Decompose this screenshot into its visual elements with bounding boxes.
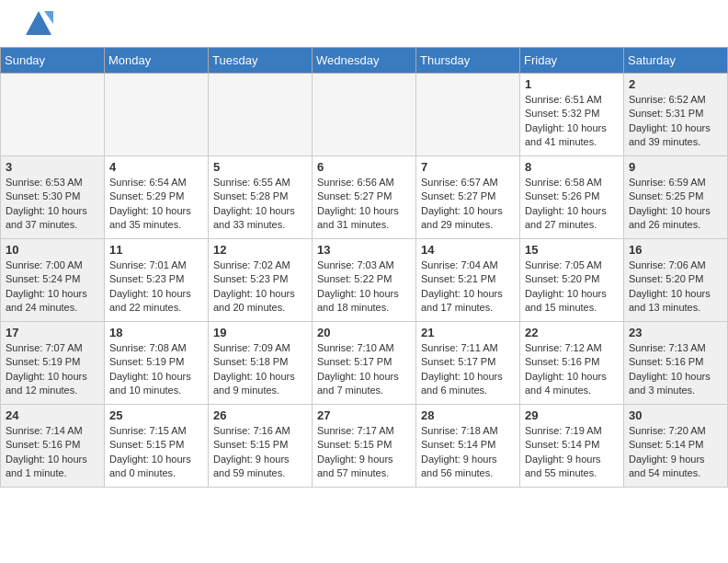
- calendar-cell: 28Sunrise: 7:18 AMSunset: 5:14 PMDayligh…: [416, 405, 520, 488]
- week-row-1: 1Sunrise: 6:51 AMSunset: 5:32 PMDaylight…: [1, 74, 728, 156]
- calendar-cell: 15Sunrise: 7:05 AMSunset: 5:20 PMDayligh…: [520, 239, 624, 322]
- calendar-cell: 16Sunrise: 7:06 AMSunset: 5:20 PMDayligh…: [624, 239, 728, 322]
- day-number: 10: [6, 243, 99, 257]
- calendar-cell: 29Sunrise: 7:19 AMSunset: 5:14 PMDayligh…: [520, 405, 624, 488]
- day-number: 27: [317, 408, 411, 422]
- week-row-4: 17Sunrise: 7:07 AMSunset: 5:19 PMDayligh…: [1, 322, 728, 405]
- day-number: 9: [629, 160, 722, 174]
- day-header-wednesday: Wednesday: [313, 48, 416, 74]
- calendar-cell: 6Sunrise: 6:56 AMSunset: 5:27 PMDaylight…: [313, 156, 416, 239]
- day-info: Sunrise: 7:04 AMSunset: 5:21 PMDaylight:…: [421, 259, 515, 316]
- calendar-cell: 10Sunrise: 7:00 AMSunset: 5:24 PMDayligh…: [1, 239, 105, 322]
- day-info: Sunrise: 7:02 AMSunset: 5:23 PMDaylight:…: [213, 259, 307, 316]
- day-header-thursday: Thursday: [416, 48, 520, 74]
- calendar-cell: 21Sunrise: 7:11 AMSunset: 5:17 PMDayligh…: [416, 322, 520, 405]
- header-row: SundayMondayTuesdayWednesdayThursdayFrid…: [1, 48, 728, 74]
- day-number: 3: [6, 160, 99, 174]
- day-number: 15: [525, 243, 619, 257]
- day-number: 11: [109, 243, 203, 257]
- calendar-table: SundayMondayTuesdayWednesdayThursdayFrid…: [0, 47, 728, 488]
- day-info: Sunrise: 7:13 AMSunset: 5:16 PMDaylight:…: [629, 341, 722, 398]
- day-info: Sunrise: 6:55 AMSunset: 5:28 PMDaylight:…: [213, 176, 307, 233]
- calendar-cell: 4Sunrise: 6:54 AMSunset: 5:29 PMDaylight…: [105, 156, 209, 239]
- calendar-cell: 13Sunrise: 7:03 AMSunset: 5:22 PMDayligh…: [313, 239, 416, 322]
- day-number: 26: [213, 408, 307, 422]
- day-info: Sunrise: 7:09 AMSunset: 5:18 PMDaylight:…: [213, 341, 307, 398]
- calendar-cell: [416, 74, 520, 156]
- day-number: 30: [629, 408, 722, 422]
- day-info: Sunrise: 7:14 AMSunset: 5:16 PMDaylight:…: [6, 424, 99, 481]
- calendar-cell: [1, 74, 105, 156]
- day-info: Sunrise: 6:54 AMSunset: 5:29 PMDaylight:…: [109, 176, 203, 233]
- calendar-cell: 27Sunrise: 7:17 AMSunset: 5:15 PMDayligh…: [313, 405, 416, 488]
- day-info: Sunrise: 6:53 AMSunset: 5:30 PMDaylight:…: [6, 176, 99, 233]
- day-info: Sunrise: 7:16 AMSunset: 5:15 PMDaylight:…: [213, 424, 307, 481]
- logo-icon: [24, 9, 53, 42]
- day-info: Sunrise: 7:20 AMSunset: 5:14 PMDaylight:…: [629, 424, 722, 481]
- day-info: Sunrise: 6:59 AMSunset: 5:25 PMDaylight:…: [629, 176, 722, 233]
- day-number: 1: [525, 77, 619, 91]
- calendar-cell: 30Sunrise: 7:20 AMSunset: 5:14 PMDayligh…: [624, 405, 728, 488]
- day-info: Sunrise: 7:00 AMSunset: 5:24 PMDaylight:…: [6, 259, 99, 316]
- day-number: 22: [525, 326, 619, 339]
- day-number: 23: [629, 326, 722, 339]
- day-number: 29: [525, 408, 619, 422]
- day-number: 8: [525, 160, 619, 174]
- calendar-cell: [105, 74, 209, 156]
- header: [0, 0, 728, 47]
- calendar-cell: 7Sunrise: 6:57 AMSunset: 5:27 PMDaylight…: [416, 156, 520, 239]
- day-header-saturday: Saturday: [624, 48, 728, 74]
- day-number: 6: [317, 160, 411, 174]
- day-number: 20: [317, 326, 411, 339]
- calendar-cell: 9Sunrise: 6:59 AMSunset: 5:25 PMDaylight…: [624, 156, 728, 239]
- day-info: Sunrise: 6:52 AMSunset: 5:31 PMDaylight:…: [629, 93, 722, 150]
- day-header-sunday: Sunday: [1, 48, 105, 74]
- calendar-cell: 5Sunrise: 6:55 AMSunset: 5:28 PMDaylight…: [209, 156, 313, 239]
- day-info: Sunrise: 7:12 AMSunset: 5:16 PMDaylight:…: [525, 341, 619, 398]
- calendar-cell: 12Sunrise: 7:02 AMSunset: 5:23 PMDayligh…: [209, 239, 313, 322]
- calendar-cell: 3Sunrise: 6:53 AMSunset: 5:30 PMDaylight…: [1, 156, 105, 239]
- day-number: 21: [421, 326, 515, 339]
- calendar-cell: 26Sunrise: 7:16 AMSunset: 5:15 PMDayligh…: [209, 405, 313, 488]
- day-number: 4: [109, 160, 203, 174]
- day-info: Sunrise: 7:15 AMSunset: 5:15 PMDaylight:…: [109, 424, 203, 481]
- day-header-friday: Friday: [520, 48, 624, 74]
- day-number: 13: [317, 243, 411, 257]
- day-number: 19: [213, 326, 307, 339]
- day-info: Sunrise: 7:08 AMSunset: 5:19 PMDaylight:…: [109, 341, 203, 398]
- day-info: Sunrise: 7:01 AMSunset: 5:23 PMDaylight:…: [109, 259, 203, 316]
- week-row-2: 3Sunrise: 6:53 AMSunset: 5:30 PMDaylight…: [1, 156, 728, 239]
- calendar-cell: 22Sunrise: 7:12 AMSunset: 5:16 PMDayligh…: [520, 322, 624, 405]
- day-header-monday: Monday: [105, 48, 209, 74]
- svg-marker-1: [44, 11, 53, 24]
- day-number: 5: [213, 160, 307, 174]
- day-number: 18: [109, 326, 203, 339]
- day-info: Sunrise: 7:05 AMSunset: 5:20 PMDaylight:…: [525, 259, 619, 316]
- day-info: Sunrise: 6:57 AMSunset: 5:27 PMDaylight:…: [421, 176, 515, 233]
- day-info: Sunrise: 6:58 AMSunset: 5:26 PMDaylight:…: [525, 176, 619, 233]
- day-number: 7: [421, 160, 515, 174]
- day-number: 14: [421, 243, 515, 257]
- calendar-cell: 11Sunrise: 7:01 AMSunset: 5:23 PMDayligh…: [105, 239, 209, 322]
- calendar-cell: 25Sunrise: 7:15 AMSunset: 5:15 PMDayligh…: [105, 405, 209, 488]
- calendar-cell: 8Sunrise: 6:58 AMSunset: 5:26 PMDaylight…: [520, 156, 624, 239]
- day-info: Sunrise: 7:17 AMSunset: 5:15 PMDaylight:…: [317, 424, 411, 481]
- day-info: Sunrise: 7:18 AMSunset: 5:14 PMDaylight:…: [421, 424, 515, 481]
- day-info: Sunrise: 7:07 AMSunset: 5:19 PMDaylight:…: [6, 341, 99, 398]
- calendar-cell: 2Sunrise: 6:52 AMSunset: 5:31 PMDaylight…: [624, 74, 728, 156]
- day-info: Sunrise: 7:06 AMSunset: 5:20 PMDaylight:…: [629, 259, 722, 316]
- day-header-tuesday: Tuesday: [209, 48, 313, 74]
- calendar-cell: [209, 74, 313, 156]
- logo: [18, 9, 53, 42]
- day-number: 2: [629, 77, 722, 91]
- day-number: 16: [629, 243, 722, 257]
- day-info: Sunrise: 6:51 AMSunset: 5:32 PMDaylight:…: [525, 93, 619, 150]
- day-info: Sunrise: 7:10 AMSunset: 5:17 PMDaylight:…: [317, 341, 411, 398]
- day-info: Sunrise: 7:19 AMSunset: 5:14 PMDaylight:…: [525, 424, 619, 481]
- day-info: Sunrise: 6:56 AMSunset: 5:27 PMDaylight:…: [317, 176, 411, 233]
- calendar-cell: 20Sunrise: 7:10 AMSunset: 5:17 PMDayligh…: [313, 322, 416, 405]
- calendar-cell: 1Sunrise: 6:51 AMSunset: 5:32 PMDaylight…: [520, 74, 624, 156]
- day-number: 25: [109, 408, 203, 422]
- calendar-cell: 19Sunrise: 7:09 AMSunset: 5:18 PMDayligh…: [209, 322, 313, 405]
- calendar-cell: 14Sunrise: 7:04 AMSunset: 5:21 PMDayligh…: [416, 239, 520, 322]
